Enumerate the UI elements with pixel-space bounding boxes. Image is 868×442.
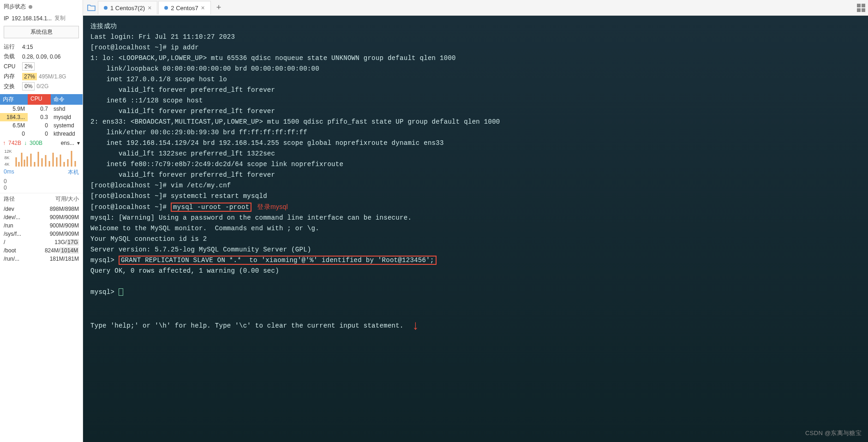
terminal-line <box>90 276 861 287</box>
disk-row: /sys/f...909M/909M <box>0 230 83 238</box>
sidebar: 同步状态 IP 192.168.154.1... 复制 系统信息 运行 4:15… <box>0 0 83 442</box>
terminal-line: Type 'help;' or '\h' for help. Type '\c'… <box>90 319 861 331</box>
process-table: 5.9M0.7sshd184.3...0.3mysqld6.5M0systemd… <box>0 105 83 138</box>
svg-rect-9 <box>34 162 36 167</box>
terminal-line: [root@localhost ~]# mysql -uroot -proot登… <box>90 202 861 213</box>
disk-header: 路径 可用/大小 <box>0 193 83 205</box>
disk-row: /run900M/909M <box>0 221 83 230</box>
tab-dot-icon <box>104 6 108 10</box>
svg-rect-15 <box>56 157 58 167</box>
terminal-line: inet 192.168.154.129/24 brd 192.168.154.… <box>90 138 861 149</box>
folder-icon[interactable] <box>86 2 97 13</box>
tab-label: 1 Centos7(2) <box>110 5 145 12</box>
ip-label: IP <box>4 15 9 22</box>
tab[interactable]: 2 Centos7× <box>158 1 210 14</box>
disk-row: /boot824M/1014M <box>0 246 83 255</box>
disk-row: /dev/...909M/909M <box>0 213 83 221</box>
terminal-line: 1: lo: <LOOPBACK,UP,LOWER_UP> mtu 65536 … <box>90 53 861 64</box>
process-row[interactable]: 6.5M0systemd <box>0 121 83 130</box>
main-area: 1 Centos7(2)×2 Centos7× + 连接成功Last login… <box>83 0 868 442</box>
terminal-line: mysql> <box>90 287 861 298</box>
svg-rect-4 <box>18 162 20 167</box>
network-sparkline: 12K 8K 4K <box>0 148 83 167</box>
terminal-line: Query OK, 0 rows affected, 1 warning (0.… <box>90 266 861 276</box>
cpu-row: CPU 2% <box>0 61 83 72</box>
terminal-line: mysql: [Warning] Using a password on the… <box>90 213 861 223</box>
terminal-line: valid_lft forever preferred_lft forever <box>90 170 861 180</box>
terminal-line: inet6 ::1/128 scope host <box>90 96 861 106</box>
terminal-line: inet6 fe80::7c79:e8b7:2c49:dc2d/64 scope… <box>90 159 861 170</box>
terminal-line: [root@localhost ~]# vim /etc/my.cnf <box>90 180 861 191</box>
process-row[interactable]: 00kthreadd <box>0 130 83 138</box>
terminal-line: Your MySQL connection id is 2 <box>90 234 861 245</box>
terminal-line: Last login: Fri Jul 21 11:10:27 2023 <box>90 32 861 42</box>
memory-row: 内存 27%495M/1.8G <box>0 72 83 81</box>
terminal-line: [root@localhost ~]# ip addr <box>90 42 861 53</box>
swap-row: 交换 0%0/2G <box>0 81 83 91</box>
svg-rect-10 <box>38 152 39 167</box>
svg-text:8K: 8K <box>5 155 10 160</box>
copy-link[interactable]: 复制 <box>54 14 66 22</box>
process-header: 内存 CPU 命令 <box>0 94 83 105</box>
terminal-line: Server version: 5.7.25-log MySQL Communi… <box>90 245 861 255</box>
disk-row: /dev898M/898M <box>0 205 83 213</box>
tab-dot-icon <box>164 6 168 10</box>
sync-status: 同步状态 <box>0 0 83 13</box>
terminal-line: valid_lft forever preferred_lft forever <box>90 85 861 96</box>
system-info-button[interactable]: 系统信息 <box>4 26 79 38</box>
uptime-row: 运行 4:15 <box>0 42 83 52</box>
sync-dot-icon <box>29 5 32 9</box>
terminal-line <box>90 308 861 319</box>
terminal-line: 连接成功 <box>90 21 861 32</box>
svg-text:12K: 12K <box>5 149 12 154</box>
disk-row: /run/...181M/181M <box>0 255 83 263</box>
ip-row: IP 192.168.154.1... 复制 <box>0 13 83 25</box>
close-icon[interactable]: × <box>148 4 151 12</box>
watermark: CSDN @东离与糖宝 <box>805 428 862 438</box>
chevron-down-icon[interactable]: ▾ <box>77 140 80 146</box>
svg-rect-17 <box>64 162 65 167</box>
svg-rect-8 <box>30 154 32 167</box>
svg-rect-18 <box>67 159 69 167</box>
zero-row: 00 <box>0 178 83 191</box>
svg-rect-16 <box>60 155 61 167</box>
terminal-line: inet 127.0.0.1/8 scope host lo <box>90 74 861 85</box>
network-row[interactable]: ↑742B ↓300B ens... ▾ <box>0 138 83 148</box>
terminal-line <box>90 298 861 308</box>
arrow-down-icon: ↓ <box>412 319 419 333</box>
terminal-line: link/loopback 00:00:00:00:00:00 brd 00:0… <box>90 64 861 74</box>
terminal-line: [root@localhost ~]# systemctl restart my… <box>90 191 861 202</box>
process-row[interactable]: 5.9M0.7sshd <box>0 105 83 113</box>
terminal-line: 2: ens33: <BROADCAST,MULTICAST,UP,LOWER_… <box>90 117 861 127</box>
disk-row: /13G/17G <box>0 238 83 246</box>
svg-rect-20 <box>75 161 76 167</box>
terminal[interactable]: 连接成功Last login: Fri Jul 21 11:10:27 2023… <box>83 16 868 442</box>
disk-table: /dev898M/898M/dev/...909M/909M/run900M/9… <box>0 205 83 263</box>
svg-rect-6 <box>24 160 25 167</box>
latency-row: 0ms 本机 <box>0 167 83 178</box>
layout-grid-icon[interactable] <box>857 4 865 12</box>
svg-rect-12 <box>45 155 47 167</box>
sync-label: 同步状态 <box>4 3 26 11</box>
terminal-line: mysql> GRANT REPLICATION SLAVE ON *.* to… <box>90 255 861 266</box>
terminal-line: valid_lft forever preferred_lft forever <box>90 106 861 117</box>
svg-rect-7 <box>27 156 28 167</box>
svg-rect-13 <box>49 161 50 167</box>
svg-rect-14 <box>53 153 54 167</box>
close-icon[interactable]: × <box>201 4 205 12</box>
add-tab-button[interactable]: + <box>212 1 226 14</box>
tab[interactable]: 1 Centos7(2)× <box>98 1 157 14</box>
svg-rect-5 <box>21 153 23 167</box>
svg-rect-19 <box>71 151 72 167</box>
load-row: 负载 0.28, 0.09, 0.06 <box>0 52 83 61</box>
terminal-line: link/ether 00:0c:29:0b:99:30 brd ff:ff:f… <box>90 127 861 138</box>
svg-text:4K: 4K <box>5 162 10 167</box>
process-row[interactable]: 184.3...0.3mysqld <box>0 113 83 121</box>
ip-value: 192.168.154.1... <box>12 15 52 22</box>
terminal-line: valid_lft 1322sec preferred_lft 1322sec <box>90 149 861 159</box>
tab-label: 2 Centos7 <box>171 5 198 12</box>
svg-rect-3 <box>16 157 17 167</box>
tab-bar: 1 Centos7(2)×2 Centos7× + <box>83 0 868 16</box>
svg-rect-11 <box>42 158 43 167</box>
terminal-line: Welcome to the MySQL monitor. Commands e… <box>90 223 861 234</box>
